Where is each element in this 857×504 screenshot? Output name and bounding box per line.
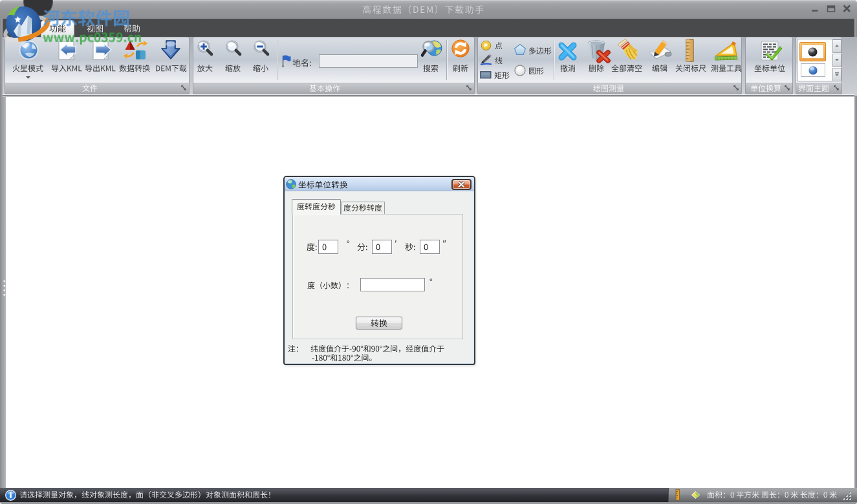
svg-text:P: P [484,43,488,48]
